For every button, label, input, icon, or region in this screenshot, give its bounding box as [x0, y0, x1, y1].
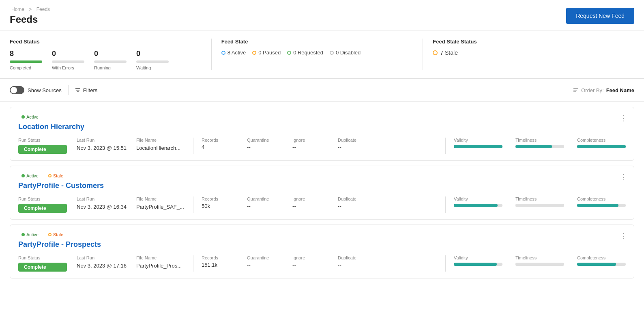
breadcrumb-current[interactable]: Feeds — [36, 6, 50, 12]
requested-label: 0 Requested — [293, 50, 323, 56]
completeness-bar-fill — [577, 145, 626, 148]
paused-label: 0 Paused — [258, 50, 281, 56]
running-label: Running — [94, 65, 111, 70]
completeness-bar — [577, 204, 626, 207]
quarantine-label: Quarantine — [247, 255, 279, 260]
status-item-completed: 8 Completed — [10, 50, 42, 70]
last-run-value: Nov 3, 2023 @ 16:34 — [77, 204, 127, 210]
completeness-bar-fill — [577, 263, 616, 266]
last-run-group: Last Run Nov 3, 2023 @ 15:51 — [77, 138, 127, 151]
quarantine-label: Quarantine — [247, 138, 279, 142]
records-label: Records — [202, 138, 234, 142]
last-run-group: Last Run Nov 3, 2023 @ 17:16 — [77, 255, 127, 269]
completeness-score: Completeness — [577, 138, 626, 148]
state-disabled: 0 Disabled — [330, 50, 361, 56]
timeliness-bar — [515, 204, 564, 207]
feed-state-section: Feed State 8 Active 0 Paused 0 Requested… — [211, 39, 423, 70]
feed-card: ActiveStale PartyProfile - Prospects ⋮ R… — [10, 224, 634, 278]
disabled-dot-icon — [330, 51, 334, 55]
timeliness-score: Timeliness — [515, 138, 564, 148]
scores-group: Validity Timeliness Completeness — [454, 138, 626, 148]
feed-menu-button[interactable]: ⋮ — [620, 231, 627, 240]
show-sources-toggle-wrap[interactable]: Show Sources — [10, 86, 62, 94]
badge-active: Active — [18, 114, 42, 120]
metrics-group: Records 4 Quarantine -- Ignore -- Duplic… — [202, 138, 437, 150]
last-run-label: Last Run — [77, 138, 127, 142]
feed-details: Run Status Complete Last Run Nov 3, 2023… — [18, 138, 626, 154]
timeliness-label: Timeliness — [515, 255, 564, 260]
badge-active: Active — [18, 231, 42, 238]
records-label: Records — [202, 255, 234, 260]
scores-group: Validity Timeliness Completeness — [454, 255, 626, 266]
ignore-metric: Ignore -- — [292, 196, 325, 209]
metrics-group: Records 50k Quarantine -- Ignore -- Dupl… — [202, 196, 437, 209]
quarantine-metric: Quarantine -- — [247, 138, 279, 150]
last-run-value: Nov 3, 2023 @ 15:51 — [77, 145, 127, 151]
file-name-label: File Name — [136, 138, 185, 142]
quarantine-value: -- — [247, 144, 279, 150]
active-dot-icon — [221, 51, 225, 55]
duplicate-label: Duplicate — [338, 138, 370, 142]
feed-name[interactable]: PartyProfile - Customers — [18, 181, 104, 190]
toolbar-left: Show Sources Filters — [10, 85, 97, 95]
timeliness-label: Timeliness — [515, 196, 564, 201]
badge-active: Active — [18, 173, 42, 179]
errors-count: 0 — [52, 50, 56, 58]
badge-stale: Stale — [45, 231, 67, 238]
completeness-bar — [577, 145, 626, 148]
feeds-list: Active Location Hierarchy ⋮ Run Status C… — [0, 107, 644, 278]
stale-badge-dot — [48, 233, 52, 236]
run-status-badge: Complete — [18, 263, 67, 272]
duplicate-value: -- — [338, 144, 370, 150]
show-sources-label: Show Sources — [28, 87, 62, 93]
quarantine-metric: Quarantine -- — [247, 196, 279, 209]
running-bar — [94, 60, 127, 63]
timeliness-score: Timeliness — [515, 196, 564, 207]
file-name-label: File Name — [136, 196, 185, 201]
feed-details: Run Status Complete Last Run Nov 3, 2023… — [18, 196, 626, 213]
duplicate-metric: Duplicate -- — [338, 255, 370, 268]
timeliness-score: Timeliness — [515, 255, 564, 266]
feed-name[interactable]: PartyProfile - Prospects — [18, 240, 101, 249]
request-new-feed-button[interactable]: Request New Feed — [566, 8, 634, 24]
quarantine-metric: Quarantine -- — [247, 255, 279, 268]
feed-status-section: Feed Status 8 Completed 0 With Errors — [10, 39, 211, 70]
errors-label: With Errors — [52, 65, 74, 70]
breadcrumb-home[interactable]: Home — [11, 6, 24, 12]
toolbar-divider — [68, 85, 69, 95]
feed-state-items: 8 Active 0 Paused 0 Requested 0 Disabled — [221, 50, 413, 56]
quarantine-value: -- — [247, 203, 279, 209]
ignore-metric: Ignore -- — [292, 138, 325, 150]
records-value: 50k — [202, 203, 234, 209]
feed-menu-button[interactable]: ⋮ — [620, 173, 627, 181]
errors-bar — [52, 60, 84, 63]
validity-bar-fill — [454, 263, 497, 266]
stale-badge-dot — [48, 174, 52, 177]
ignore-value: -- — [292, 203, 325, 209]
running-count: 0 — [94, 50, 98, 58]
ignore-value: -- — [292, 262, 325, 268]
run-status-badge: Complete — [18, 145, 67, 154]
duplicate-value: -- — [338, 203, 370, 209]
order-by-value[interactable]: Feed Name — [606, 87, 634, 93]
feed-stale-section: Feed Stale Status 7 Stale — [423, 39, 634, 70]
quarantine-value: -- — [247, 262, 279, 268]
show-sources-toggle[interactable] — [10, 86, 24, 94]
feed-name[interactable]: Location Hierarchy — [18, 123, 84, 131]
waiting-label: Waiting — [136, 65, 151, 70]
timeliness-bar-fill — [515, 263, 524, 266]
filters-button[interactable]: Filters — [75, 87, 97, 93]
feed-badges: ActiveStale — [18, 173, 104, 179]
completeness-bar — [577, 263, 626, 266]
last-run-group: Last Run Nov 3, 2023 @ 16:34 — [77, 196, 127, 210]
badge-stale: Stale — [45, 173, 67, 179]
feed-menu-button[interactable]: ⋮ — [620, 114, 627, 123]
validity-score: Validity — [454, 255, 502, 266]
last-run-label: Last Run — [77, 196, 127, 201]
feed-stale-title: Feed Stale Status — [433, 39, 625, 45]
waiting-bar — [136, 60, 169, 63]
status-item-waiting: 0 Waiting — [136, 50, 169, 70]
toolbar-right: Order By: Feed Name — [573, 87, 634, 93]
timeliness-bar-fill — [515, 204, 525, 207]
completed-label: Completed — [10, 65, 31, 70]
